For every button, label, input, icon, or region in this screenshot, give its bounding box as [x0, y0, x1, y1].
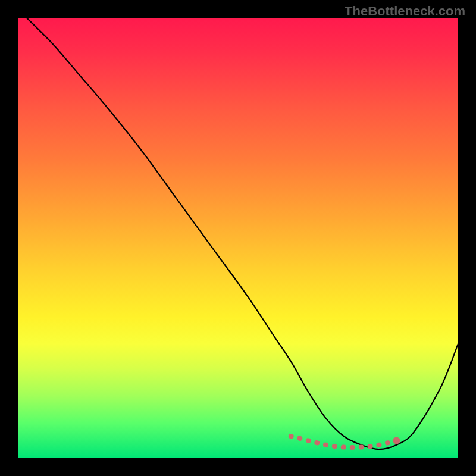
watermark-text: TheBottleneck.com: [345, 4, 465, 19]
plot-area: [18, 18, 458, 458]
bottleneck-curve: [27, 18, 458, 449]
optimal-region-marker: [291, 436, 397, 447]
chart-svg: [18, 18, 458, 458]
optimal-end-dot: [393, 437, 400, 444]
